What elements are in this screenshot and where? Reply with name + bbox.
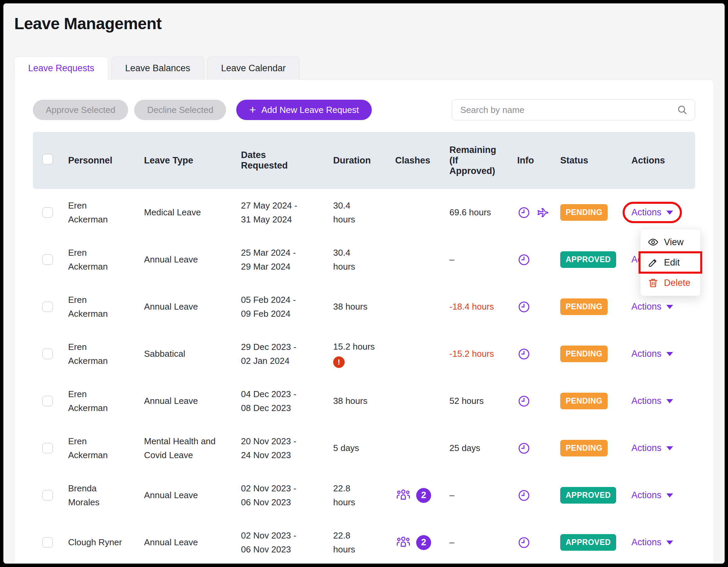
remaining: – [449, 537, 517, 548]
actions-dropdown-button[interactable]: Actions [631, 537, 673, 548]
clock-icon[interactable] [517, 300, 531, 314]
duration: 22.8 hours [333, 482, 395, 509]
select-all-cell [33, 154, 68, 167]
people-group-icon[interactable] [395, 534, 411, 551]
status-badge: APPROVED [560, 251, 616, 268]
row-checkbox[interactable] [42, 349, 53, 359]
actions-dropdown-button[interactable]: Actions [631, 396, 673, 406]
menu-item-view[interactable]: View [641, 232, 700, 252]
select-all-checkbox[interactable] [42, 154, 53, 164]
leave-type: Medical Leave [144, 206, 241, 219]
clock-icon[interactable] [517, 394, 531, 408]
tab-leave-requests[interactable]: Leave Requests [14, 57, 108, 80]
chevron-down-icon [666, 305, 673, 309]
personnel-name: Eren Ackerman [68, 434, 144, 462]
leave-type: Annual Leave [144, 535, 241, 549]
duration: 22.8 hours [333, 529, 395, 556]
status-badge: PENDING [560, 204, 608, 221]
clock-icon[interactable] [517, 253, 531, 267]
approve-selected-button[interactable]: Approve Selected [33, 100, 128, 120]
clashes: 2 [395, 487, 449, 504]
table-row: Eren Ackerman Annual Leave 05 Feb 2024 -… [33, 283, 695, 330]
trash-icon [647, 277, 659, 289]
clock-icon[interactable] [517, 347, 531, 361]
leave-requests-table: Personnel Leave Type Dates Requested Dur… [33, 132, 695, 564]
remaining: – [449, 490, 517, 501]
chevron-down-icon [666, 541, 673, 545]
row-checkbox[interactable] [42, 537, 53, 548]
table-row: Eren Ackerman Sabbatical 29 Dec 2023 - 0… [33, 330, 695, 377]
people-group-icon[interactable] [395, 487, 411, 504]
clock-icon[interactable] [517, 489, 531, 502]
actions-dropdown-button[interactable]: Actions [631, 490, 673, 501]
actions-dropdown-menu: View Edit Delete [640, 229, 701, 296]
status-badge: PENDING [560, 298, 608, 315]
info [517, 489, 560, 502]
actions-dropdown-button[interactable]: Actions [631, 443, 673, 453]
col-remaining: Remaining (If Approved) [449, 145, 517, 176]
leave-type: Sabbatical [144, 347, 241, 360]
leave-type: Mental Health and Covid Leave [144, 434, 241, 462]
leave-type: Annual Leave [144, 253, 241, 266]
dates-requested: 02 Nov 2023 - 06 Nov 2023 [241, 482, 333, 509]
clock-icon[interactable] [517, 536, 531, 549]
add-new-leave-request-button[interactable]: + Add New Leave Request [236, 100, 371, 120]
status-badge: PENDING [560, 393, 608, 409]
col-personnel: Personnel [68, 155, 144, 166]
row-checkbox[interactable] [42, 254, 53, 265]
personnel-name: Eren Ackerman [68, 340, 144, 368]
row-checkbox[interactable] [42, 207, 53, 218]
actions-dropdown-button[interactable]: Actions [631, 301, 673, 312]
leave-requests-panel: Approve Selected Decline Selected + Add … [14, 79, 714, 564]
menu-item-edit[interactable]: Edit [641, 252, 700, 273]
remaining: -18.4 hours [449, 301, 517, 312]
row-checkbox[interactable] [42, 490, 53, 501]
info [517, 253, 560, 267]
warning-icon[interactable]: ! [333, 356, 345, 368]
row-checkbox[interactable] [42, 396, 53, 406]
clash-count-badge[interactable]: 2 [416, 488, 431, 503]
clock-icon[interactable] [517, 206, 531, 219]
actions-dropdown-button[interactable]: Actions [631, 207, 673, 218]
search-input[interactable] [452, 99, 695, 120]
info [517, 347, 560, 361]
travel-plane-icon[interactable] [535, 206, 550, 220]
menu-item-delete[interactable]: Delete [641, 273, 700, 293]
status-badge: APPROVED [560, 487, 616, 504]
table-row: Eren Ackerman Mental Health and Covid Le… [33, 425, 695, 472]
personnel-name: Eren Ackerman [68, 199, 144, 226]
clash-count-badge[interactable]: 2 [416, 535, 431, 550]
col-leave-type: Leave Type [144, 155, 241, 166]
status-badge: APPROVED [560, 534, 616, 551]
search-icon[interactable] [677, 104, 688, 115]
personnel-name: Brenda Morales [68, 482, 144, 509]
col-status: Status [560, 155, 631, 166]
pencil-icon [647, 257, 659, 268]
dates-requested: 27 May 2024 - 31 May 2024 [241, 199, 333, 226]
chevron-down-icon [666, 493, 673, 497]
clock-icon[interactable] [517, 442, 531, 455]
chevron-down-icon [666, 446, 673, 450]
col-dates-requested: Dates Requested [241, 150, 333, 171]
actions-dropdown-button[interactable]: Actions [631, 349, 673, 359]
chevron-down-icon [666, 352, 673, 356]
info [517, 442, 560, 455]
row-checkbox[interactable] [42, 301, 53, 312]
col-clashes: Clashes [395, 155, 449, 166]
plus-icon: + [249, 104, 256, 115]
tab-leave-calendar[interactable]: Leave Calendar [207, 57, 300, 80]
decline-selected-button[interactable]: Decline Selected [134, 100, 226, 120]
table-row: Clough Ryner Annual Leave 02 Nov 2023 - … [33, 519, 695, 564]
row-checkbox[interactable] [42, 443, 53, 453]
info [517, 300, 560, 314]
leave-type: Annual Leave [144, 394, 241, 408]
remaining: 25 days [449, 443, 517, 453]
table-row: Eren Ackerman Annual Leave 04 Dec 2023 -… [33, 377, 695, 425]
clashes: 2 [395, 534, 449, 551]
app-window: Leave Management Leave Requests Leave Ba… [3, 3, 725, 564]
table-row: Eren Ackerman Annual Leave 25 Mar 2024 -… [33, 236, 695, 283]
tab-leave-balances[interactable]: Leave Balances [111, 57, 204, 80]
info [517, 206, 560, 220]
leave-type: Annual Leave [144, 488, 241, 502]
duration: 30.4 hours [333, 246, 395, 273]
